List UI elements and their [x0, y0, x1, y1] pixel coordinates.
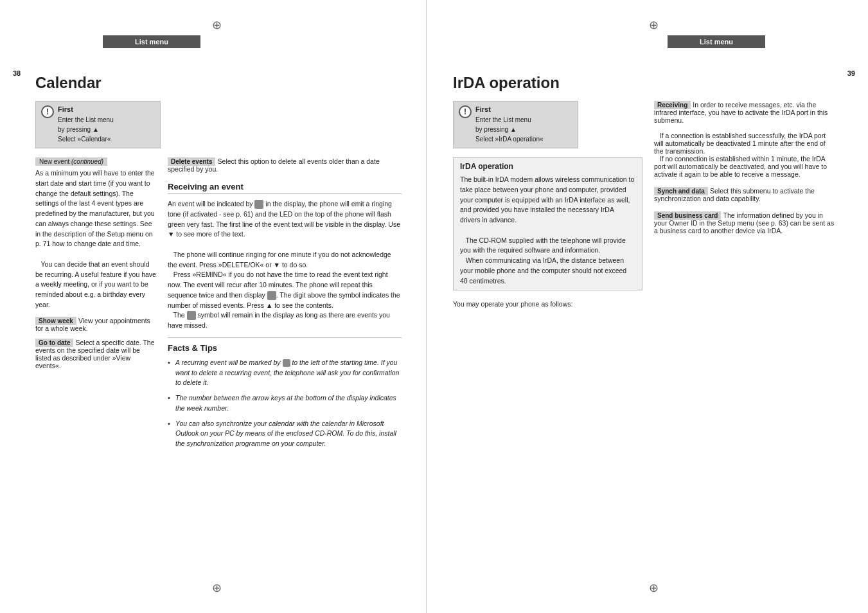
receiving-heading: Receiving an event: [168, 182, 402, 194]
new-event-section: New event (continued) As a minimum you w…: [35, 157, 157, 310]
first-label-left: First: [58, 105, 114, 113]
irda-section-heading: IrDA operation: [460, 162, 635, 171]
first-line-3: Select »Calendar«: [58, 134, 114, 144]
receiving-section: Receiving In order to receive messages, …: [654, 101, 836, 178]
new-event-body: As a minimum you will have to enter the …: [35, 168, 157, 310]
first-line-2: by pressing ▲: [58, 125, 114, 134]
full-page: ⊕ ⊕ ⊕ ⊕ List menu List menu 38 Calendar …: [0, 0, 868, 613]
facts-tips-heading: Facts & Tips: [168, 343, 402, 353]
receiving-body: An event will be indicated by in the dis…: [168, 199, 402, 331]
right-page: 39 IrDA operation ! First Enter the List…: [437, 0, 868, 613]
show-week-section: Show week View your appointments for a w…: [35, 317, 157, 332]
new-event-suffix: (continued): [71, 158, 103, 165]
irda-operation-box: IrDA operation The built-in IrDA modem a…: [453, 157, 642, 290]
right-first-line-2: by pressing ▲: [475, 125, 544, 134]
first-box-right-content: First Enter the List menu by pressing ▲ …: [475, 105, 544, 144]
new-event-label-text: New event: [39, 158, 69, 165]
right-first-line-1: Enter the List menu: [475, 115, 544, 125]
right-col2: Receiving In order to receive messages, …: [654, 101, 836, 310]
synch-section: Synch and data Select this submenu to ac…: [654, 187, 836, 202]
first-line-1: Enter the List menu: [58, 115, 114, 125]
right-col1: ! First Enter the List menu by pressing …: [453, 101, 642, 310]
send-section: Send business card The information defin…: [654, 211, 836, 235]
right-main-columns: ! First Enter the List menu by pressing …: [453, 101, 836, 310]
first-icon-right: !: [459, 105, 472, 118]
left-main-columns: New event (continued) As a minimum you w…: [35, 157, 402, 454]
event-icon3: [187, 311, 196, 320]
first-box-left-lines: Enter the List menu by pressing ▲ Select…: [58, 115, 114, 144]
event-icon2: [267, 291, 276, 300]
first-box-left: ! First Enter the List menu by pressing …: [35, 101, 161, 148]
left-page: 38 Calendar ! First Enter the List menu …: [0, 0, 418, 613]
right-page-title: IrDA operation: [453, 74, 836, 92]
bullet-3: • You can also synchronize your calendar…: [168, 419, 402, 449]
bullet-1: • A recurring event will be marked by to…: [168, 358, 402, 388]
go-to-date-section: Go to date Select a specific date. The e…: [35, 339, 157, 369]
receiving-body-right: In order to receive messages, etc. via t…: [654, 101, 828, 178]
bullet-2: • The number between the arrow keys at t…: [168, 393, 402, 414]
new-event-label: New event (continued): [35, 157, 107, 166]
first-label-right: First: [475, 105, 544, 113]
first-box-left-content: First Enter the List menu by pressing ▲ …: [58, 105, 114, 144]
left-page-title: Calendar: [35, 74, 402, 92]
first-box-right: ! First Enter the List menu by pressing …: [453, 101, 578, 148]
event-icon1: [254, 200, 263, 209]
irda-section-body: The built-in IrDA modem allows wireless …: [460, 175, 635, 286]
delete-events-section: Delete events Select this option to dele…: [168, 157, 402, 173]
left-col2: Delete events Select this option to dele…: [168, 157, 402, 454]
left-col1: New event (continued) As a minimum you w…: [35, 157, 157, 454]
right-first-line-3: Select »IrDA operation«: [475, 134, 544, 144]
facts-tips-section: Facts & Tips • A recurring event will be…: [168, 337, 402, 449]
first-box-right-lines: Enter the List menu by pressing ▲ Select…: [475, 115, 544, 144]
bullet-icon: [283, 359, 290, 367]
page-number-right: 39: [847, 69, 855, 77]
irda-follows: You may operate your phone as follows:: [453, 299, 642, 310]
page-number-left: 38: [13, 69, 21, 77]
first-icon-left: !: [41, 105, 54, 118]
page-divider: [426, 0, 427, 613]
